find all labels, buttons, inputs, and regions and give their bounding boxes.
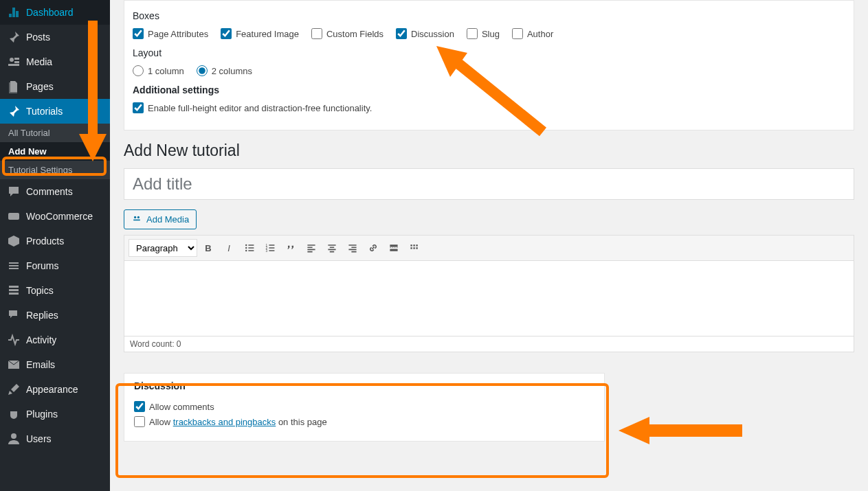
- email-icon: [7, 358, 21, 372]
- sidebar-item-appearance[interactable]: Appearance: [0, 377, 110, 402]
- checkbox-featured-image[interactable]: Featured Image: [221, 28, 299, 39]
- svg-point-4: [137, 216, 140, 218]
- forum-icon: [7, 259, 21, 273]
- format-select[interactable]: Paragraph: [129, 239, 197, 257]
- sidebar-item-dashboard[interactable]: Dashboard: [0, 0, 110, 25]
- editor-toolbar: Paragraph B I 123: [124, 235, 854, 261]
- sidebar-item-comments[interactable]: Comments: [0, 179, 110, 204]
- sidebar-item-forums[interactable]: Forums: [0, 253, 110, 278]
- sidebar-item-users[interactable]: Users: [0, 426, 110, 451]
- pages-icon: [7, 80, 21, 93]
- sidebar-item-emails[interactable]: Emails: [0, 352, 110, 377]
- discussion-heading: Discussion: [134, 380, 594, 391]
- svg-point-5: [245, 244, 247, 246]
- radio-2-columns[interactable]: 2 columns: [197, 65, 252, 76]
- sidebar-item-replies[interactable]: Replies: [0, 303, 110, 328]
- editor-statusbar: Word count: 0: [124, 336, 854, 352]
- replies-icon: [7, 308, 21, 322]
- sidebar-item-tutorials[interactable]: Tutorials: [0, 99, 110, 124]
- word-count: Word count: 0: [130, 339, 181, 349]
- sidebar-item-label: Activity: [26, 334, 56, 345]
- checkbox-page-attributes[interactable]: Page Attributes: [133, 28, 208, 39]
- cube-icon: [7, 234, 21, 248]
- activity-icon: [7, 333, 21, 347]
- sidebar-item-label: WooCommerce: [26, 211, 93, 222]
- italic-button[interactable]: I: [219, 238, 238, 258]
- submenu-add-new[interactable]: Add New: [0, 142, 110, 161]
- plugin-icon: [7, 407, 21, 421]
- active-indicator-icon: [110, 106, 115, 117]
- sidebar-item-label: Plugins: [26, 409, 58, 420]
- checkbox-fullheight-editor[interactable]: Enable full-height editor and distractio…: [133, 102, 372, 113]
- svg-rect-1: [8, 213, 19, 220]
- radio-1-column[interactable]: 1 column: [133, 65, 184, 76]
- sidebar-item-posts[interactable]: Posts: [0, 25, 110, 49]
- sidebar-item-label: Users: [26, 433, 52, 444]
- discussion-metabox: Discussion Allow comments Allow trackbac…: [124, 373, 605, 442]
- svg-point-7: [245, 250, 247, 251]
- additional-settings-label: Additional settings: [133, 84, 845, 95]
- svg-point-3: [134, 216, 136, 218]
- svg-rect-15: [413, 247, 414, 249]
- boxes-label: Boxes: [133, 10, 845, 21]
- sidebar-item-label: Pages: [26, 81, 54, 92]
- align-right-button[interactable]: [343, 238, 362, 258]
- comment-icon: [7, 185, 21, 198]
- checkbox-author[interactable]: Author: [512, 28, 553, 39]
- sidebar-item-label: Tutorials: [26, 106, 63, 117]
- checkbox-allow-trackbacks[interactable]: Allow trackbacks and pingbacks on this p…: [134, 416, 327, 427]
- page-title: Add New tutorial: [124, 141, 854, 160]
- sidebar-item-pages[interactable]: Pages: [0, 74, 110, 99]
- pin-icon: [7, 104, 21, 118]
- bold-button[interactable]: B: [199, 238, 218, 258]
- sidebar-item-media[interactable]: Media: [0, 49, 110, 74]
- editor-content[interactable]: [124, 261, 854, 336]
- pin-icon: [7, 30, 21, 44]
- svg-point-2: [11, 433, 16, 439]
- svg-rect-11: [410, 244, 412, 246]
- topics-icon: [7, 284, 21, 297]
- sidebar-item-woocommerce[interactable]: WooCommerce: [0, 204, 110, 229]
- link-button[interactable]: [364, 238, 383, 258]
- add-media-button[interactable]: Add Media: [124, 209, 197, 229]
- checkbox-discussion[interactable]: Discussion: [396, 28, 454, 39]
- sidebar-item-label: Appearance: [26, 384, 78, 395]
- checkbox-custom-fields[interactable]: Custom Fields: [311, 28, 383, 39]
- layout-label: Layout: [133, 47, 845, 58]
- media-icon: [7, 55, 21, 69]
- checkbox-allow-comments[interactable]: Allow comments: [134, 401, 214, 412]
- align-left-button[interactable]: [302, 238, 321, 258]
- align-center-button[interactable]: [322, 238, 342, 258]
- blockquote-button[interactable]: [281, 238, 300, 258]
- svg-text:3: 3: [266, 249, 268, 253]
- brush-icon: [7, 382, 21, 396]
- sidebar-item-label: Forums: [26, 260, 58, 271]
- woo-icon: [7, 209, 21, 223]
- toolbar-toggle-button[interactable]: [405, 238, 424, 258]
- post-title-input[interactable]: [124, 168, 854, 200]
- sidebar-item-label: Products: [26, 236, 64, 247]
- screen-options-panel: Boxes Page Attributes Featured Image Cus…: [124, 0, 854, 130]
- sidebar-item-plugins[interactable]: Plugins: [0, 402, 110, 426]
- submenu-all-tutorial[interactable]: All Tutorial: [0, 124, 110, 142]
- bulleted-list-button[interactable]: [240, 238, 259, 258]
- sidebar-item-label: Dashboard: [26, 7, 74, 18]
- main-content: Boxes Page Attributes Featured Image Cus…: [110, 0, 868, 491]
- submenu-tutorial-settings[interactable]: Tutorial Settings: [0, 161, 110, 179]
- sidebar-item-products[interactable]: Products: [0, 229, 110, 253]
- numbered-list-button[interactable]: 123: [260, 238, 280, 258]
- sidebar-item-activity[interactable]: Activity: [0, 328, 110, 352]
- checkbox-slug[interactable]: Slug: [467, 28, 500, 39]
- trackbacks-link[interactable]: trackbacks and pingbacks: [173, 417, 276, 427]
- read-more-button[interactable]: [384, 238, 403, 258]
- sidebar-item-topics[interactable]: Topics: [0, 278, 110, 303]
- camera-icon: [131, 213, 142, 226]
- svg-rect-14: [410, 247, 412, 249]
- users-icon: [7, 432, 21, 446]
- svg-rect-13: [416, 244, 417, 246]
- sidebar-item-label: Topics: [26, 285, 54, 296]
- sidebar-item-label: Comments: [26, 186, 73, 197]
- svg-rect-12: [413, 244, 414, 246]
- sidebar-item-label: Replies: [26, 310, 58, 321]
- dashboard-icon: [7, 5, 21, 19]
